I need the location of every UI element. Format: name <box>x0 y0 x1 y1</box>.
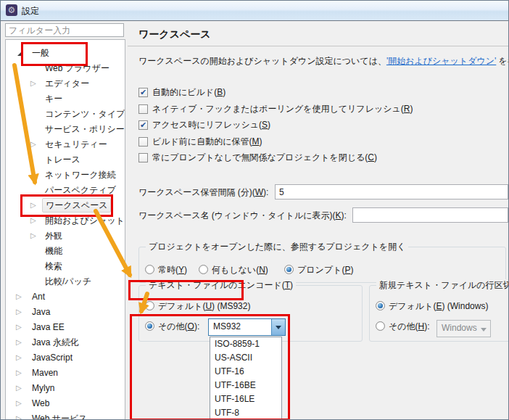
newline-combo-value: Windows <box>442 323 477 333</box>
gear-icon: ⚙ <box>6 4 17 16</box>
chevron-right-icon[interactable] <box>16 320 25 334</box>
checkbox-build-automatically[interactable]: 自動的にビルド(B) <box>138 86 413 102</box>
sidebar-item-java-ee[interactable]: Java EE <box>6 320 125 335</box>
chevron-right-icon[interactable] <box>30 137 39 152</box>
radio-never[interactable]: 何もしない(N) <box>199 264 268 276</box>
sidebar-item-general[interactable]: 一般 <box>6 46 125 61</box>
radio-newline-other[interactable]: その他(H): <box>376 321 430 333</box>
expand-arrow-icon <box>30 91 39 106</box>
chevron-right-icon[interactable] <box>30 213 39 228</box>
checkbox-icon[interactable] <box>138 104 148 114</box>
chevron-right-icon[interactable] <box>16 305 25 319</box>
dropdown-option[interactable]: ISO-8859-1 <box>210 337 281 351</box>
radio-icon[interactable] <box>284 265 294 274</box>
newline-group-title: 新規テキスト・ファイルの行区切り <box>376 279 509 292</box>
sidebar-item-tracing[interactable]: トレース <box>6 152 125 168</box>
sidebar-item-capabilities[interactable]: 機能 <box>6 244 125 259</box>
header-divider <box>128 46 509 46</box>
sidebar-item-service-policies[interactable]: サービス・ポリシー <box>6 122 125 137</box>
radio-icon[interactable] <box>199 265 208 274</box>
expand-arrow-icon <box>30 107 39 121</box>
title-bar: ⚙ 設定 <box>1 1 508 21</box>
radio-icon[interactable] <box>376 321 385 331</box>
sidebar-item-web-browser[interactable]: Web ブラウザー <box>6 61 125 76</box>
radio-encoding-other[interactable]: その他(O): <box>145 321 199 333</box>
sidebar-item-startup-shutdown[interactable]: 開始およびシャット <box>6 213 125 228</box>
expand-arrow-icon[interactable] <box>16 46 25 60</box>
sidebar-item-security[interactable]: セキュリティー <box>6 137 125 152</box>
encoding-combo[interactable]: MS932 <box>208 318 286 336</box>
preferences-window: { "window": { "title": "設定", "icon": "ge… <box>0 0 509 420</box>
sidebar-item-workspace[interactable]: ワークスペース <box>6 198 125 213</box>
chevron-right-icon[interactable] <box>16 335 25 350</box>
sidebar-item-maven[interactable]: Maven <box>6 366 125 381</box>
chevron-right-icon[interactable] <box>16 350 25 365</box>
startup-shutdown-link[interactable]: '開始およびシャットダウン' <box>386 56 496 66</box>
sidebar-item-compare-patch[interactable]: 比較/パッチ <box>6 274 125 289</box>
chevron-right-icon[interactable] <box>16 366 25 380</box>
radio-encoding-default[interactable]: デフォルト(U) (MS932) <box>145 300 250 313</box>
checkbox-icon[interactable] <box>138 137 148 147</box>
checkbox-icon[interactable] <box>138 88 148 97</box>
radio-icon[interactable] <box>145 265 154 274</box>
radio-prompt[interactable]: プロンプト(P) <box>284 264 353 276</box>
preferences-tree: 一般 Web ブラウザー エディター キー コンテンツ・タイプ サービス・ポリシ… <box>5 39 125 420</box>
sidebar-item-java-persistence[interactable]: Java 永続化 <box>6 335 125 350</box>
chevron-right-icon[interactable] <box>16 289 25 304</box>
filter-input[interactable] <box>5 23 124 37</box>
chevron-right-icon[interactable] <box>30 198 39 213</box>
sidebar-item-appearance[interactable]: 外観 <box>6 228 125 244</box>
dropdown-option[interactable]: US-ASCII <box>210 351 281 365</box>
sidebar-item-keys[interactable]: キー <box>6 91 125 107</box>
dropdown-option[interactable]: UTF-16LE <box>210 392 281 406</box>
newline-combo-disabled: Windows <box>436 320 491 337</box>
combo-dropdown-button[interactable] <box>271 319 285 335</box>
radio-icon[interactable] <box>145 301 154 310</box>
chevron-right-icon[interactable] <box>16 381 25 395</box>
checkbox-refresh-native-hooks[interactable]: ネイティブ・フックまたはポーリングを使用してリフレッシュ(R) <box>138 102 413 119</box>
expand-arrow-icon <box>30 61 39 75</box>
encoding-combo-value: MS932 <box>213 321 241 332</box>
sidebar-item-search[interactable]: 検索 <box>6 259 125 274</box>
expand-arrow-icon <box>30 259 39 273</box>
workspace-options: 自動的にビルド(B) ネイティブ・フックまたはポーリングを使用してリフレッシュ(… <box>138 86 413 168</box>
radio-icon[interactable] <box>376 301 385 310</box>
radio-icon[interactable] <box>145 321 154 331</box>
sidebar-item-web-services[interactable]: Web サービス <box>6 411 125 420</box>
checkbox-save-before-build[interactable]: ビルド前に自動的に保管(M) <box>138 135 413 152</box>
sidebar-item-perspectives[interactable]: パースペクティブ <box>6 183 125 198</box>
save-interval-label: ワークスペース保管間隔 (分)(W): <box>138 186 268 199</box>
checkbox-icon[interactable] <box>138 153 148 162</box>
sidebar-item-web[interactable]: Web <box>6 396 125 411</box>
open-project-group-title: プロジェクトをオープンした際に、参照するプロジェクトを開く <box>146 241 408 253</box>
open-project-group: プロジェクトをオープンした際に、参照するプロジェクトを開く 常時(Y) 何もしな… <box>138 247 506 283</box>
checkbox-icon[interactable] <box>138 120 148 130</box>
dropdown-option[interactable]: UTF-8 <box>210 406 281 420</box>
encoding-dropdown-list: ISO-8859-1 US-ASCII UTF-16 UTF-16BE UTF-… <box>210 337 282 420</box>
chevron-right-icon[interactable] <box>30 76 39 91</box>
chevron-right-icon[interactable] <box>16 396 25 411</box>
sidebar-item-content-types[interactable]: コンテンツ・タイプ <box>6 107 125 122</box>
sidebar-item-network-connections[interactable]: ネットワーク接続 <box>6 168 125 183</box>
sidebar-item-editor[interactable]: エディター <box>6 76 125 91</box>
dropdown-option[interactable]: UTF-16 <box>210 365 281 379</box>
save-interval-input[interactable] <box>275 184 508 199</box>
radio-newline-default[interactable]: デフォルト(E) (Windows) <box>376 300 488 313</box>
chevron-right-icon[interactable] <box>30 228 39 243</box>
expand-arrow-icon <box>30 274 39 289</box>
radio-always[interactable]: 常時(Y) <box>145 264 187 276</box>
expand-arrow-icon <box>30 152 39 167</box>
page-title: ワークスペース <box>138 28 211 41</box>
checkbox-close-unrelated-projects[interactable]: 常にプロンプトなしで無関係なプロジェクトを閉じる(C) <box>138 151 413 168</box>
expand-arrow-icon <box>30 122 39 136</box>
sidebar-item-ant[interactable]: Ant <box>6 289 125 305</box>
sidebar-item-java[interactable]: Java <box>6 305 125 320</box>
workspace-name-input[interactable] <box>352 207 508 223</box>
chevron-right-icon[interactable] <box>16 411 25 420</box>
checkbox-refresh-on-access[interactable]: アクセス時にリフレッシュ(S) <box>138 118 413 135</box>
expand-arrow-icon <box>30 244 39 258</box>
dropdown-option[interactable]: UTF-16BE <box>210 379 281 392</box>
sidebar-item-javascript[interactable]: JavaScript <box>6 350 125 366</box>
description-text: ワークスペースの開始およびシャットダウン設定については、'開始およびシャットダウ… <box>138 55 509 67</box>
sidebar-item-mylyn[interactable]: Mylyn <box>6 381 125 396</box>
